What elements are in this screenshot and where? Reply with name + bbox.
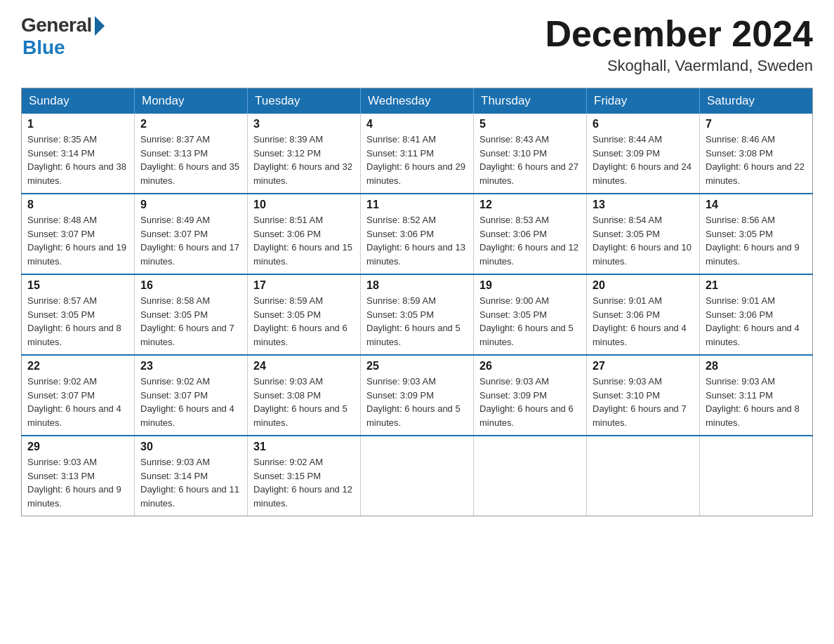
day-number: 28 <box>706 360 807 373</box>
calendar-week-1: 1Sunrise: 8:35 AMSunset: 3:14 PMDaylight… <box>22 114 813 194</box>
calendar-cell-w3-d7: 21Sunrise: 9:01 AMSunset: 3:06 PMDayligh… <box>700 274 813 355</box>
location-subtitle: Skoghall, Vaermland, Sweden <box>545 57 813 75</box>
day-info: Sunrise: 8:46 AMSunset: 3:08 PMDaylight:… <box>706 133 807 187</box>
calendar-cell-w4-d6: 27Sunrise: 9:03 AMSunset: 3:10 PMDayligh… <box>587 355 700 436</box>
logo-blue-text: Blue <box>22 36 65 59</box>
calendar-cell-w4-d5: 26Sunrise: 9:03 AMSunset: 3:09 PMDayligh… <box>474 355 587 436</box>
header-monday: Monday <box>135 88 248 114</box>
calendar-cell-w2-d1: 8Sunrise: 8:48 AMSunset: 3:07 PMDaylight… <box>22 194 135 274</box>
calendar-header-row: Sunday Monday Tuesday Wednesday Thursday… <box>22 88 813 114</box>
day-info: Sunrise: 9:03 AMSunset: 3:14 PMDaylight:… <box>140 455 241 510</box>
header-sunday: Sunday <box>22 88 135 114</box>
calendar-cell-w5-d6 <box>587 436 700 516</box>
day-number: 18 <box>366 279 468 292</box>
calendar-cell-w3-d4: 18Sunrise: 8:59 AMSunset: 3:05 PMDayligh… <box>361 274 474 355</box>
title-block: December 2024 Skoghall, Vaermland, Swede… <box>545 14 813 75</box>
day-info: Sunrise: 8:44 AMSunset: 3:09 PMDaylight:… <box>593 133 694 187</box>
day-number: 24 <box>253 360 355 373</box>
day-number: 4 <box>366 118 468 130</box>
day-number: 27 <box>593 360 694 373</box>
calendar-cell-w5-d3: 31Sunrise: 9:02 AMSunset: 3:15 PMDayligh… <box>248 436 361 516</box>
calendar-cell-w2-d5: 12Sunrise: 8:53 AMSunset: 3:06 PMDayligh… <box>474 194 587 274</box>
day-number: 1 <box>27 118 128 130</box>
day-number: 7 <box>706 118 807 130</box>
day-info: Sunrise: 8:52 AMSunset: 3:06 PMDaylight:… <box>366 213 468 268</box>
calendar-week-2: 8Sunrise: 8:48 AMSunset: 3:07 PMDaylight… <box>22 194 813 274</box>
day-info: Sunrise: 9:02 AMSunset: 3:07 PMDaylight:… <box>140 375 241 429</box>
calendar-table: Sunday Monday Tuesday Wednesday Thursday… <box>21 88 813 516</box>
calendar-week-3: 15Sunrise: 8:57 AMSunset: 3:05 PMDayligh… <box>22 274 813 355</box>
day-number: 13 <box>593 199 694 211</box>
calendar-week-5: 29Sunrise: 9:03 AMSunset: 3:13 PMDayligh… <box>22 436 813 516</box>
calendar-cell-w3-d6: 20Sunrise: 9:01 AMSunset: 3:06 PMDayligh… <box>587 274 700 355</box>
day-info: Sunrise: 9:01 AMSunset: 3:06 PMDaylight:… <box>706 294 807 349</box>
day-info: Sunrise: 9:03 AMSunset: 3:11 PMDaylight:… <box>706 375 807 429</box>
calendar-cell-w2-d7: 14Sunrise: 8:56 AMSunset: 3:05 PMDayligh… <box>700 194 813 274</box>
day-info: Sunrise: 8:41 AMSunset: 3:11 PMDaylight:… <box>366 133 468 187</box>
calendar-cell-w3-d2: 16Sunrise: 8:58 AMSunset: 3:05 PMDayligh… <box>135 274 248 355</box>
day-info: Sunrise: 8:49 AMSunset: 3:07 PMDaylight:… <box>140 213 241 268</box>
month-year-title: December 2024 <box>545 14 813 54</box>
day-number: 17 <box>253 279 355 292</box>
calendar-cell-w2-d3: 10Sunrise: 8:51 AMSunset: 3:06 PMDayligh… <box>248 194 361 274</box>
day-number: 11 <box>366 199 468 211</box>
calendar-cell-w3-d5: 19Sunrise: 9:00 AMSunset: 3:05 PMDayligh… <box>474 274 587 355</box>
day-number: 19 <box>479 279 581 292</box>
calendar-cell-w4-d1: 22Sunrise: 9:02 AMSunset: 3:07 PMDayligh… <box>22 355 135 436</box>
logo: General Blue <box>21 14 105 59</box>
day-info: Sunrise: 8:59 AMSunset: 3:05 PMDaylight:… <box>253 294 355 349</box>
calendar-cell-w3-d1: 15Sunrise: 8:57 AMSunset: 3:05 PMDayligh… <box>22 274 135 355</box>
header-saturday: Saturday <box>700 88 813 114</box>
calendar-cell-w5-d1: 29Sunrise: 9:03 AMSunset: 3:13 PMDayligh… <box>22 436 135 516</box>
day-number: 2 <box>140 118 241 130</box>
day-info: Sunrise: 8:39 AMSunset: 3:12 PMDaylight:… <box>253 133 355 187</box>
day-info: Sunrise: 9:03 AMSunset: 3:09 PMDaylight:… <box>479 375 581 429</box>
calendar-cell-w5-d2: 30Sunrise: 9:03 AMSunset: 3:14 PMDayligh… <box>135 436 248 516</box>
day-number: 15 <box>27 279 128 292</box>
day-info: Sunrise: 8:51 AMSunset: 3:06 PMDaylight:… <box>253 213 355 268</box>
header-tuesday: Tuesday <box>248 88 361 114</box>
day-info: Sunrise: 8:43 AMSunset: 3:10 PMDaylight:… <box>479 133 581 187</box>
calendar-cell-w1-d3: 3Sunrise: 8:39 AMSunset: 3:12 PMDaylight… <box>248 114 361 194</box>
day-info: Sunrise: 9:03 AMSunset: 3:08 PMDaylight:… <box>253 375 355 429</box>
day-number: 10 <box>253 199 355 211</box>
header-thursday: Thursday <box>474 88 587 114</box>
day-info: Sunrise: 9:01 AMSunset: 3:06 PMDaylight:… <box>593 294 694 349</box>
day-info: Sunrise: 8:58 AMSunset: 3:05 PMDaylight:… <box>140 294 241 349</box>
calendar-cell-w1-d7: 7Sunrise: 8:46 AMSunset: 3:08 PMDaylight… <box>700 114 813 194</box>
day-number: 23 <box>140 360 241 373</box>
header-friday: Friday <box>587 88 700 114</box>
page-header: General Blue December 2024 Skoghall, Vae… <box>21 14 813 75</box>
day-info: Sunrise: 8:48 AMSunset: 3:07 PMDaylight:… <box>27 213 128 268</box>
calendar-cell-w5-d4 <box>361 436 474 516</box>
day-number: 8 <box>27 199 128 211</box>
day-number: 20 <box>593 279 694 292</box>
day-number: 21 <box>706 279 807 292</box>
day-info: Sunrise: 8:57 AMSunset: 3:05 PMDaylight:… <box>27 294 128 349</box>
day-number: 30 <box>140 441 241 453</box>
day-info: Sunrise: 8:56 AMSunset: 3:05 PMDaylight:… <box>706 213 807 268</box>
day-info: Sunrise: 8:35 AMSunset: 3:14 PMDaylight:… <box>27 133 128 187</box>
day-number: 14 <box>706 199 807 211</box>
calendar-cell-w2-d2: 9Sunrise: 8:49 AMSunset: 3:07 PMDaylight… <box>135 194 248 274</box>
calendar-cell-w1-d5: 5Sunrise: 8:43 AMSunset: 3:10 PMDaylight… <box>474 114 587 194</box>
day-info: Sunrise: 8:53 AMSunset: 3:06 PMDaylight:… <box>479 213 581 268</box>
day-number: 12 <box>479 199 581 211</box>
day-number: 9 <box>140 199 241 211</box>
day-info: Sunrise: 9:03 AMSunset: 3:09 PMDaylight:… <box>366 375 468 429</box>
calendar-cell-w4-d4: 25Sunrise: 9:03 AMSunset: 3:09 PMDayligh… <box>361 355 474 436</box>
day-info: Sunrise: 8:59 AMSunset: 3:05 PMDaylight:… <box>366 294 468 349</box>
calendar-cell-w5-d7 <box>700 436 813 516</box>
calendar-cell-w4-d7: 28Sunrise: 9:03 AMSunset: 3:11 PMDayligh… <box>700 355 813 436</box>
day-number: 31 <box>253 441 355 453</box>
calendar-cell-w4-d3: 24Sunrise: 9:03 AMSunset: 3:08 PMDayligh… <box>248 355 361 436</box>
day-info: Sunrise: 9:03 AMSunset: 3:13 PMDaylight:… <box>27 455 128 510</box>
calendar-cell-w1-d2: 2Sunrise: 8:37 AMSunset: 3:13 PMDaylight… <box>135 114 248 194</box>
day-info: Sunrise: 8:37 AMSunset: 3:13 PMDaylight:… <box>140 133 241 187</box>
calendar-week-4: 22Sunrise: 9:02 AMSunset: 3:07 PMDayligh… <box>22 355 813 436</box>
calendar-cell-w1-d4: 4Sunrise: 8:41 AMSunset: 3:11 PMDaylight… <box>361 114 474 194</box>
calendar-cell-w5-d5 <box>474 436 587 516</box>
day-number: 26 <box>479 360 581 373</box>
day-info: Sunrise: 9:00 AMSunset: 3:05 PMDaylight:… <box>479 294 581 349</box>
day-number: 22 <box>27 360 128 373</box>
